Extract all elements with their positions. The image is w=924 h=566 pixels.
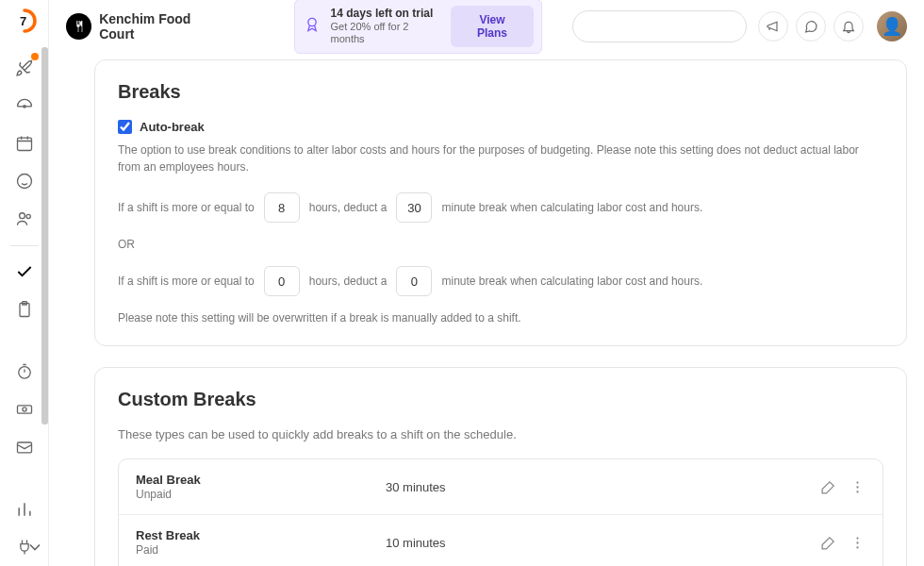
custom-breaks-title: Custom Breaks bbox=[118, 389, 883, 410]
break-row: Rest Break Paid 10 minutes bbox=[119, 515, 883, 566]
svg-point-15 bbox=[856, 486, 858, 488]
more-icon[interactable] bbox=[850, 535, 866, 551]
trial-subtitle: Get 20% off for 2 months bbox=[331, 21, 441, 45]
nav-reports[interactable] bbox=[10, 496, 39, 523]
svg-rect-9 bbox=[17, 406, 31, 413]
nav-envelope[interactable] bbox=[10, 434, 39, 460]
break-row: Meal Break Unpaid 30 minutes bbox=[119, 459, 883, 515]
svg-point-10 bbox=[22, 408, 25, 411]
custom-breaks-card: Custom Breaks These types can be used to… bbox=[94, 367, 907, 566]
award-icon bbox=[303, 15, 322, 38]
main: Kenchim Food Court 14 days left on trial… bbox=[49, 0, 924, 566]
breaks-note: Please note this setting will be overwri… bbox=[118, 311, 883, 325]
break-type: Paid bbox=[136, 543, 386, 557]
nav-integrations[interactable] bbox=[10, 534, 39, 560]
breaks-title: Breaks bbox=[118, 81, 883, 103]
svg-rect-11 bbox=[17, 442, 31, 453]
svg-rect-2 bbox=[17, 138, 31, 150]
app-logo: 7 bbox=[11, 8, 38, 34]
notifications-button[interactable] bbox=[833, 11, 864, 42]
rule1-hours-input[interactable] bbox=[264, 192, 300, 223]
trial-title: 14 days left on trial bbox=[331, 7, 441, 20]
rule2-hours-input[interactable] bbox=[264, 266, 300, 296]
nav-calendar[interactable] bbox=[10, 130, 39, 157]
svg-point-3 bbox=[17, 174, 31, 188]
break-duration: 10 minutes bbox=[386, 536, 820, 550]
rule1-minutes-input[interactable] bbox=[396, 192, 432, 223]
break-type: Unpaid bbox=[136, 488, 386, 501]
announce-button[interactable] bbox=[758, 11, 788, 42]
autobreak-checkbox[interactable] bbox=[118, 120, 132, 134]
nav-people[interactable] bbox=[10, 206, 39, 232]
break-name: Rest Break bbox=[136, 528, 386, 542]
nav-stopwatch[interactable] bbox=[10, 358, 39, 385]
edit-icon[interactable] bbox=[820, 479, 836, 495]
nav-clipboard[interactable] bbox=[10, 296, 39, 323]
svg-point-14 bbox=[856, 481, 858, 483]
nav-dashboard[interactable] bbox=[10, 92, 39, 119]
rule-row-2: If a shift is more or equal to hours, de… bbox=[118, 266, 883, 296]
svg-point-12 bbox=[307, 18, 315, 25]
or-separator: OR bbox=[118, 238, 883, 251]
notification-dot bbox=[31, 53, 39, 60]
break-duration: 30 minutes bbox=[386, 480, 820, 494]
svg-point-16 bbox=[856, 491, 858, 492]
nav-money[interactable] bbox=[10, 396, 39, 423]
nav-rocket[interactable] bbox=[10, 55, 39, 81]
autobreak-label: Auto-break bbox=[140, 120, 205, 134]
svg-point-18 bbox=[856, 541, 858, 543]
nav-face[interactable] bbox=[10, 168, 39, 194]
rule2-minutes-input[interactable] bbox=[396, 266, 432, 296]
custom-breaks-list: Meal Break Unpaid 30 minutes Rest Break … bbox=[118, 458, 883, 566]
svg-text:7: 7 bbox=[20, 14, 26, 28]
svg-point-4 bbox=[19, 212, 25, 218]
content: Breaks Auto-break The option to use brea… bbox=[49, 52, 924, 566]
chat-button[interactable] bbox=[796, 11, 826, 42]
view-plans-button[interactable]: View Plans bbox=[451, 6, 534, 47]
sidebar: 7 bbox=[0, 0, 49, 566]
autobreak-description: The option to use break conditions to al… bbox=[118, 142, 883, 175]
topbar: Kenchim Food Court 14 days left on trial… bbox=[49, 0, 924, 52]
svg-point-19 bbox=[856, 546, 858, 548]
breaks-card: Breaks Auto-break The option to use brea… bbox=[94, 59, 907, 346]
org-switcher[interactable]: Kenchim Food Court bbox=[66, 11, 226, 42]
more-icon[interactable] bbox=[850, 479, 866, 495]
rule-row-1: If a shift is more or equal to hours, de… bbox=[118, 192, 883, 223]
org-name: Kenchim Food Court bbox=[99, 11, 225, 42]
svg-point-17 bbox=[856, 537, 858, 539]
search-input-wrapper[interactable] bbox=[572, 10, 747, 42]
sidebar-scrollbar[interactable] bbox=[41, 47, 48, 424]
org-logo bbox=[66, 13, 91, 40]
nav-check[interactable] bbox=[10, 258, 39, 285]
edit-icon[interactable] bbox=[820, 535, 836, 551]
svg-point-8 bbox=[18, 367, 30, 379]
search-input[interactable] bbox=[590, 19, 749, 33]
break-name: Meal Break bbox=[136, 473, 386, 487]
custom-breaks-subtitle: These types can be used to quickly add b… bbox=[118, 427, 883, 441]
trial-banner: 14 days left on trial Get 20% off for 2 … bbox=[294, 0, 542, 54]
user-avatar[interactable]: 👤 bbox=[877, 11, 907, 42]
svg-point-5 bbox=[26, 214, 30, 218]
